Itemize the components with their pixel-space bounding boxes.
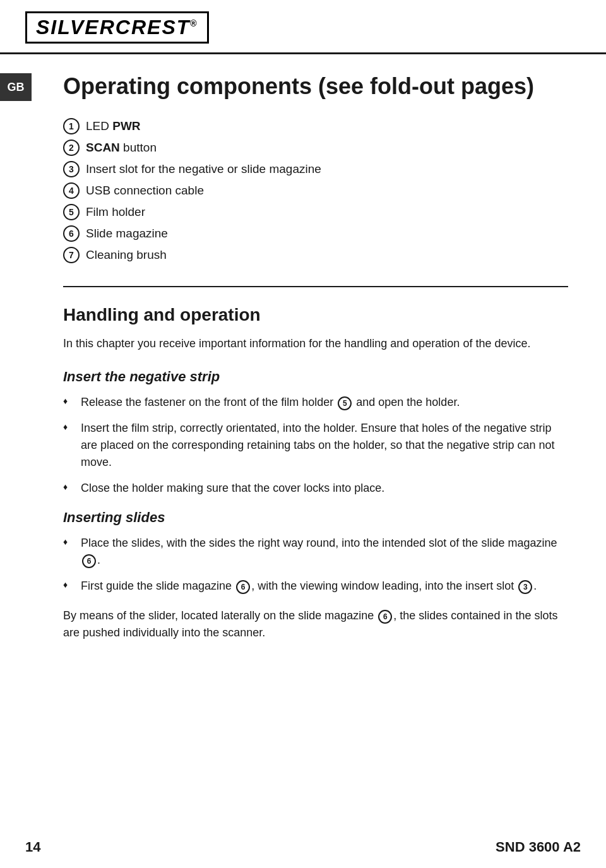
model-number: SND 3600 A2 [496, 839, 581, 855]
item-label-5: Film holder [86, 205, 145, 219]
bullet-item: Release the fastener on the front of the… [63, 394, 568, 411]
item-label-6: Slide magazine [86, 227, 168, 241]
list-item: 6 Slide magazine [63, 225, 568, 242]
item-number-2: 2 [63, 140, 80, 156]
bullet-item: Close the holder making sure that the co… [63, 480, 568, 497]
inserting-slides-heading: Inserting slides [63, 509, 568, 526]
item-number-4: 4 [63, 182, 80, 199]
list-item: 4 USB connection cable [63, 182, 568, 199]
item-label-3: Insert slot for the negative or slide ma… [86, 162, 321, 176]
ref-circle-6c: 6 [378, 610, 392, 624]
bullet-text: Place the slides, with the sides the rig… [81, 537, 557, 566]
page-content: GB Operating components (see fold-out pa… [0, 54, 606, 677]
bullet-text: Release the fastener on the front of the… [81, 396, 460, 408]
list-item: 5 Film holder [63, 204, 568, 220]
ref-circle-6a: 6 [82, 554, 96, 568]
item-number-1: 1 [63, 118, 80, 134]
list-item: 2 SCAN button [63, 140, 568, 156]
main-content-area: Operating components (see fold-out pages… [63, 73, 568, 641]
inserting-slides-bullets: Place the slides, with the sides the rig… [63, 535, 568, 595]
negative-strip-heading: Insert the negative strip [63, 369, 568, 385]
item-number-5: 5 [63, 204, 80, 220]
bullet-text: First guide the slide magazine 6, with t… [81, 580, 537, 592]
components-list: 1 LED PWR 2 SCAN button 3 Insert slot fo… [63, 118, 568, 263]
item-label-1: LED PWR [86, 119, 141, 133]
bullet-text: Insert the film strip, correctly orienta… [81, 422, 555, 468]
ref-circle-5: 5 [338, 396, 352, 410]
bullet-item: First guide the slide magazine 6, with t… [63, 578, 568, 595]
page-title: Operating components (see fold-out pages… [63, 73, 568, 99]
list-item: 7 Cleaning brush [63, 247, 568, 263]
item-number-6: 6 [63, 225, 80, 242]
page-number: 14 [25, 839, 40, 855]
item-number-3: 3 [63, 161, 80, 177]
closing-paragraph: By means of the slider, located laterall… [63, 607, 568, 641]
bullet-item: Place the slides, with the sides the rig… [63, 535, 568, 569]
item-label-2: SCAN button [86, 141, 157, 155]
bullet-text: Close the holder making sure that the co… [81, 482, 384, 494]
ref-circle-3: 3 [518, 580, 532, 594]
item-label-7: Cleaning brush [86, 248, 167, 262]
list-item: 1 LED PWR [63, 118, 568, 134]
handling-intro: In this chapter you receive important in… [63, 335, 568, 352]
logo-registered: ® [190, 18, 198, 28]
page-header: SilverCrest® [0, 0, 606, 54]
item-number-7: 7 [63, 247, 80, 263]
ref-circle-6b: 6 [236, 580, 250, 594]
bullet-item: Insert the film strip, correctly orienta… [63, 420, 568, 471]
section-divider [63, 286, 568, 287]
logo: SilverCrest® [25, 11, 209, 44]
list-item: 3 Insert slot for the negative or slide … [63, 161, 568, 177]
negative-strip-bullets: Release the fastener on the front of the… [63, 394, 568, 497]
handling-section-heading: Handling and operation [63, 305, 568, 325]
item-label-4: USB connection cable [86, 184, 204, 198]
language-badge: GB [0, 73, 32, 101]
page-footer: 14 SND 3600 A2 [25, 839, 581, 855]
